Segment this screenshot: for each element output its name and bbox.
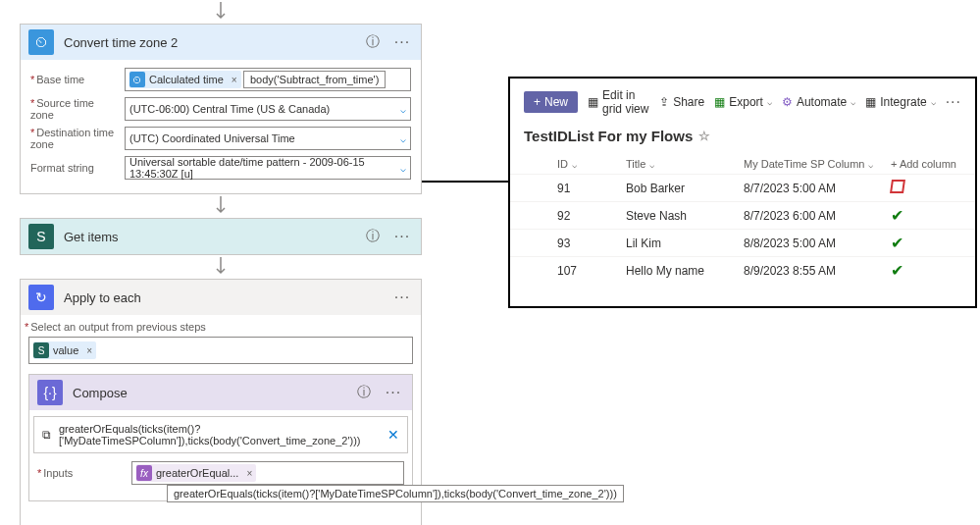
- clear-expression-icon[interactable]: ✕: [387, 427, 399, 443]
- more-icon[interactable]: ···: [391, 289, 413, 306]
- help-icon[interactable]: ⓘ: [364, 228, 382, 245]
- automate-icon: ⚙: [782, 95, 793, 109]
- cell-id: 93: [557, 236, 626, 250]
- excel-icon: ▦: [714, 95, 725, 109]
- cell-datetime: 8/7/2023 5:00 AM: [744, 182, 891, 195]
- compose-header[interactable]: {·} Compose ⓘ ···: [29, 375, 412, 410]
- col-title[interactable]: Title⌵: [626, 158, 744, 170]
- apply-to-each-card: ↻ Apply to each ··· Select an output fro…: [20, 279, 422, 525]
- get-items-title: Get items: [64, 230, 354, 244]
- cell-datetime: 8/8/2023 5:00 AM: [744, 236, 891, 250]
- table-row[interactable]: 91 Bob Barker 8/7/2023 5:00 AM: [510, 174, 975, 201]
- status-green-icon: ✔: [891, 234, 979, 252]
- fx-icon: fx: [136, 465, 152, 481]
- plus-icon: +: [534, 95, 541, 109]
- chevron-down-icon: ⌵: [851, 97, 855, 107]
- apply-to-each-header[interactable]: ↻ Apply to each ···: [21, 280, 421, 315]
- compose-title: Compose: [73, 386, 345, 400]
- chevron-down-icon: ⌵: [400, 104, 406, 115]
- cell-datetime: 8/7/2023 6:00 AM: [744, 209, 891, 223]
- source-tz-label: Source time zone: [30, 97, 119, 121]
- get-items-header[interactable]: S Get items ⓘ ···: [21, 219, 421, 254]
- edit-grid-button[interactable]: ▦Edit in grid view: [588, 88, 649, 116]
- inputs-label: Inputs: [37, 467, 126, 479]
- select-output-label: Select an output from previous steps: [25, 321, 417, 333]
- remove-token-icon[interactable]: ×: [86, 345, 92, 356]
- more-icon[interactable]: ···: [391, 33, 413, 51]
- automate-button[interactable]: ⚙Automate⌵: [782, 95, 855, 109]
- value-token[interactable]: S value ×: [33, 341, 96, 359]
- sharepoint-list-panel: +New ▦Edit in grid view ⇪Share ▦Export⌵ …: [508, 77, 977, 308]
- convert-time-zone-card: ⏲ Convert time zone 2 ⓘ ··· Base time ⏲ …: [20, 24, 422, 194]
- base-time-tooltip: body('Subtract_from_time'): [243, 71, 386, 88]
- connector-line: [422, 181, 508, 183]
- flow-arrow: [20, 255, 422, 279]
- compose-expression-text: greaterOrEquals(ticks(item()?['MyDateTim…: [59, 423, 380, 446]
- inputs-field[interactable]: fx greaterOrEqual... ×: [131, 461, 404, 485]
- integrate-icon: ▦: [865, 95, 876, 109]
- chevron-down-icon: ⌵: [649, 160, 654, 170]
- col-id[interactable]: ID⌵: [557, 158, 626, 170]
- remove-token-icon[interactable]: ×: [232, 75, 237, 85]
- export-button[interactable]: ▦Export⌵: [714, 95, 772, 109]
- cell-title: Lil Kim: [626, 236, 744, 250]
- dest-tz-label: Destination time zone: [30, 127, 119, 150]
- cell-title: Steve Nash: [626, 209, 744, 223]
- chevron-down-icon: ⌵: [767, 97, 772, 107]
- chevron-down-icon: ⌵: [868, 160, 873, 170]
- share-icon: ⇪: [659, 95, 669, 109]
- cell-id: 91: [557, 182, 626, 195]
- sharepoint-icon: S: [33, 342, 49, 358]
- source-tz-select[interactable]: (UTC-06:00) Central Time (US & Canada) ⌵: [125, 97, 411, 121]
- table-row[interactable]: 93 Lil Kim 8/8/2023 5:00 AM ✔: [510, 229, 975, 256]
- grid-icon: ▦: [588, 95, 598, 109]
- convert-time-zone-header[interactable]: ⏲ Convert time zone 2 ⓘ ···: [21, 25, 421, 60]
- table-row[interactable]: 107 Hello My name 8/9/2023 8:55 AM ✔: [510, 256, 975, 284]
- more-icon[interactable]: ···: [946, 93, 961, 111]
- compose-card: {·} Compose ⓘ ··· ⧉ greaterOrEquals(tick…: [28, 374, 413, 501]
- code-icon: ⧉: [42, 428, 51, 442]
- cell-title: Hello My name: [626, 264, 744, 278]
- remove-token-icon[interactable]: ×: [246, 468, 252, 479]
- calculated-time-token[interactable]: ⏲ Calculated time ×: [129, 71, 241, 88]
- clock-icon: ⏲: [28, 29, 54, 55]
- select-output-input[interactable]: S value ×: [28, 337, 413, 364]
- list-title: TestIDList For my Flows: [524, 128, 693, 144]
- chevron-down-icon: ⌵: [400, 133, 406, 144]
- sharepoint-icon: S: [28, 224, 54, 249]
- fx-token[interactable]: fx greaterOrEqual... ×: [136, 464, 256, 482]
- clock-icon: ⏲: [129, 72, 145, 87]
- flow-arrow: [20, 194, 422, 218]
- compose-expression-bar[interactable]: ⧉ greaterOrEquals(ticks(item()?['MyDateT…: [33, 416, 408, 453]
- chevron-down-icon: ⌵: [931, 97, 936, 107]
- inputs-tooltip: greaterOrEquals(ticks(item()?['MyDateTim…: [167, 485, 624, 502]
- chevron-down-icon: ⌵: [572, 160, 577, 170]
- col-datetime[interactable]: My DateTime SP Column⌵: [744, 158, 891, 170]
- new-item-button[interactable]: +New: [524, 91, 578, 113]
- format-select[interactable]: Universal sortable date/time pattern - 2…: [125, 156, 411, 180]
- cell-datetime: 8/9/2023 8:55 AM: [744, 264, 891, 278]
- status-red-icon: [890, 180, 905, 193]
- base-time-input[interactable]: ⏲ Calculated time × body('Subtract_from_…: [125, 68, 411, 91]
- dest-tz-select[interactable]: (UTC) Coordinated Universal Time ⌵: [125, 127, 411, 150]
- help-icon[interactable]: ⓘ: [355, 384, 373, 401]
- cell-title: Bob Barker: [626, 182, 744, 195]
- list-table: ID⌵ Title⌵ My DateTime SP Column⌵ + Add …: [510, 154, 975, 284]
- status-green-icon: ✔: [891, 206, 979, 225]
- more-icon[interactable]: ···: [383, 384, 404, 401]
- favorite-star-icon[interactable]: ☆: [698, 129, 710, 143]
- help-icon[interactable]: ⓘ: [364, 33, 382, 51]
- table-row[interactable]: 92 Steve Nash 8/7/2023 6:00 AM ✔: [510, 201, 975, 229]
- get-items-card: S Get items ⓘ ···: [20, 218, 422, 255]
- status-green-icon: ✔: [891, 261, 979, 280]
- cell-id: 92: [557, 209, 626, 223]
- convert-time-zone-title: Convert time zone 2: [64, 35, 354, 50]
- share-button[interactable]: ⇪Share: [659, 95, 704, 109]
- integrate-button[interactable]: ▦Integrate⌵: [865, 95, 935, 109]
- more-icon[interactable]: ···: [391, 228, 413, 245]
- cell-id: 107: [557, 264, 626, 278]
- add-column-button[interactable]: + Add column: [891, 158, 979, 170]
- chevron-down-icon: ⌵: [400, 163, 406, 174]
- loop-icon: ↻: [28, 285, 54, 310]
- format-label: Format string: [30, 162, 119, 174]
